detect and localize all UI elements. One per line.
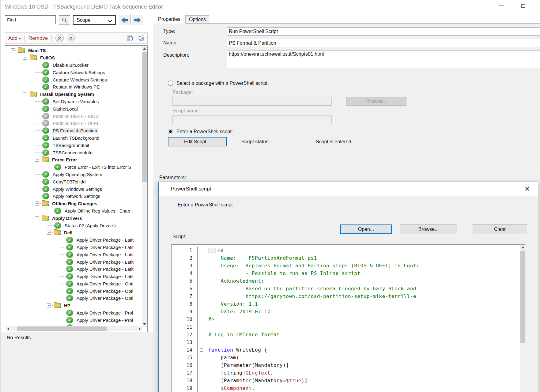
collapse-node-icon[interactable]: −: [11, 48, 15, 52]
scope-dropdown[interactable]: Scope: [73, 15, 116, 25]
tree-step-apply-driver-package-opti[interactable]: ✓Apply Driver Package - Opti: [6, 295, 137, 302]
collapse-node-icon[interactable]: −: [23, 56, 27, 60]
code-line-10[interactable]: 10#>: [172, 315, 520, 323]
scroll-down-icon[interactable]: [142, 322, 147, 327]
code-line-19[interactable]: 19 $Component,: [172, 384, 520, 392]
code-line-6[interactable]: 6 Based on the partition schema blogged …: [172, 285, 520, 292]
package-browse-button[interactable]: Browse...: [346, 97, 406, 106]
tree-step-capture-windows-settings[interactable]: ✓Capture Windows Settings: [6, 76, 137, 83]
script-editor[interactable]: 1<#2 Name: PSPartionAndFormat.ps13 Usage…: [171, 244, 525, 392]
enter-script-radio[interactable]: [168, 129, 173, 134]
tree-step-tsbconnectioninfo[interactable]: ✓TSBConnectionInfo: [6, 149, 137, 156]
tree-step-disable-bitlocker[interactable]: ✓Disable BitLocker: [6, 62, 137, 69]
collapse-node-icon[interactable]: −: [47, 231, 51, 235]
type-field[interactable]: [227, 27, 540, 36]
tree-folder-install-operating-system[interactable]: −✓Install Operating System: [6, 91, 137, 98]
fold-collapse-icon[interactable]: −: [200, 348, 203, 352]
tree-folder-fullos[interactable]: −✓FullOS: [6, 54, 137, 62]
tree-step-apply-driver-package-prol[interactable]: ✓Apply Driver Package - Prol: [6, 309, 137, 317]
code-line-7[interactable]: 7 https://garytown.com/osd-partition-set…: [172, 292, 520, 300]
close-button[interactable]: ✕: [522, 184, 532, 194]
scroll-right-icon[interactable]: [137, 326, 142, 331]
find-next-button[interactable]: [132, 15, 143, 25]
scroll-up-icon[interactable]: [142, 46, 147, 51]
tree-step-gatherlocal[interactable]: ✓GatherLocal: [6, 105, 137, 112]
tab-properties[interactable]: Properties: [153, 15, 186, 24]
tree-step-apply-driver-package-latit[interactable]: ✓Apply Driver Package - Latit: [6, 258, 137, 266]
script-name-field[interactable]: [172, 115, 332, 124]
code-line-4[interactable]: 4 - Possible to run as PS Inline script: [172, 270, 520, 277]
find-input[interactable]: [5, 15, 56, 24]
tree-step-ps-format-partition[interactable]: ✓PS Format & Partition: [6, 127, 137, 134]
tree-folder-hp[interactable]: −✓HP: [6, 302, 137, 309]
description-field[interactable]: https://onevinn.schrewelius.it/Scripts01…: [227, 51, 540, 68]
maximize-button[interactable]: [516, 0, 530, 12]
tree-folder-apply-drivers[interactable]: −✓Apply Drivers: [6, 214, 137, 222]
scrollbar-thumb[interactable]: [142, 52, 147, 182]
tree-folder-force-error[interactable]: −✓Force Error: [6, 156, 137, 164]
tree-step-apply-windows-settings[interactable]: ✓Apply Windows Settings: [6, 185, 137, 193]
code-line-3[interactable]: 3 Usage: Replaces Format and Partion ste…: [172, 262, 520, 270]
tree-step-partition-disk-0-uefi[interactable]: ✓Partition Disk 0 - UEFI: [6, 120, 137, 127]
expand-all-button[interactable]: [67, 34, 75, 42]
tree-step-partition-disk-0-bios[interactable]: ✓Partition Disk 0 - BIOS: [6, 112, 137, 120]
tree-step-apply-driver-package-prol[interactable]: ✓Apply Driver Package - Prol: [6, 316, 137, 324]
tree-step-status-02-apply-drivers[interactable]: ✓Status 02 (Apply Drivers): [6, 222, 137, 229]
browse-button[interactable]: Browse...: [400, 224, 457, 234]
name-field[interactable]: [227, 39, 540, 47]
code-line-2[interactable]: 2 Name: PSPartionAndFormat.ps1: [172, 254, 520, 262]
package-field[interactable]: [172, 97, 332, 106]
tab-options[interactable]: Options: [186, 15, 209, 24]
select-package-radio[interactable]: [168, 81, 173, 86]
find-previous-button[interactable]: [119, 15, 130, 25]
tree-step-apply-network-settings[interactable]: ✓Apply Network Settings: [6, 193, 137, 200]
code-line-11[interactable]: 11: [172, 323, 520, 331]
add-button[interactable]: Add▾: [8, 35, 21, 41]
code-line-1[interactable]: 1<#: [172, 247, 520, 254]
code-line-17[interactable]: 17 [string]$LogText,: [172, 369, 520, 377]
code-line-12[interactable]: 12# Log in CMTrace format: [172, 331, 520, 338]
minimize-button[interactable]: [494, 0, 508, 12]
tree-step-apply-offline-reg-values-enab[interactable]: ✓Apply Offline Reg Values - Enab: [6, 207, 137, 215]
code-line-9[interactable]: 9 Date: 2019-07-17: [172, 308, 520, 315]
scroll-left-icon[interactable]: [6, 326, 11, 331]
scroll-up-icon[interactable]: [520, 245, 525, 250]
code-line-16[interactable]: 16 [Parameter(Mandatory)]: [172, 361, 520, 369]
code-line-15[interactable]: 15 param(: [172, 354, 520, 361]
tree-folder-dell[interactable]: −✓Dell: [6, 229, 137, 236]
tree-step-tsbackgroundinit[interactable]: ✓TSBackgroundInit: [6, 141, 137, 149]
edit-script-button[interactable]: Edit Script...: [168, 137, 227, 146]
scrollbar-thumb[interactable]: [520, 251, 525, 343]
tree-step-apply-operating-system[interactable]: ✓Apply Operating System: [6, 171, 137, 178]
collapse-node-icon[interactable]: −: [23, 92, 27, 96]
list-redo-button[interactable]: [138, 35, 145, 42]
code-line-18[interactable]: 18 [Parameter(Mandatory=$true)]: [172, 377, 520, 384]
tree-step-restart-in-windows-pe[interactable]: ✓Restart in Windows PE: [6, 83, 137, 91]
collapse-node-icon[interactable]: −: [35, 158, 39, 162]
tree-vertical-scrollbar[interactable]: [142, 46, 147, 327]
collapse-node-icon[interactable]: −: [35, 216, 39, 220]
tree-step-apply-driver-package-latit[interactable]: ✓Apply Driver Package - Latit: [6, 236, 137, 244]
open-button[interactable]: Open...: [340, 224, 392, 234]
list-undo-button[interactable]: [127, 35, 134, 42]
tree-step-set-dynamic-variables[interactable]: ✓Set Dynamic Variables: [6, 98, 137, 105]
tree-step-apply-driver-package-latit[interactable]: ✓Apply Driver Package - Latit: [6, 251, 137, 258]
collapse-node-icon[interactable]: −: [47, 303, 51, 307]
collapse-node-icon[interactable]: −: [35, 202, 39, 205]
code-line-5[interactable]: 5 Acknowledment:: [172, 277, 520, 285]
collapse-all-button[interactable]: [55, 34, 64, 42]
tree-step-apply-driver-package-opti[interactable]: ✓Apply Driver Package - Opti: [6, 280, 137, 288]
tree-step-apply-driver-package-latit[interactable]: ✓Apply Driver Package - Latit: [6, 244, 137, 251]
tree-step-apply-driver-package-latit[interactable]: ✓Apply Driver Package - Latit: [6, 273, 137, 280]
tree-step-apply-driver-package-latit[interactable]: ✓Apply Driver Package - Latit: [6, 266, 137, 273]
tree-step-force-error-exit-ts-into-error-s[interactable]: ✓Force Error - Exit TS into Error S: [6, 164, 137, 171]
clear-button[interactable]: Clear: [473, 224, 527, 234]
search-button[interactable]: [59, 15, 70, 25]
tree-step-capture-network-settings[interactable]: ✓Capture Network Settings: [6, 69, 137, 76]
code-line-13[interactable]: 13: [172, 338, 520, 346]
code-line-14[interactable]: 14−function WriteLog {: [172, 346, 520, 354]
tree-folder-offline-reg-changes[interactable]: −✓Offline Reg Changes: [6, 200, 137, 207]
editor-vertical-scrollbar[interactable]: [520, 245, 525, 392]
tree-step-launch-tsbackground[interactable]: ✓Launch TSBackground: [6, 134, 137, 142]
code-line-8[interactable]: 8 Version: 1.1: [172, 300, 520, 308]
